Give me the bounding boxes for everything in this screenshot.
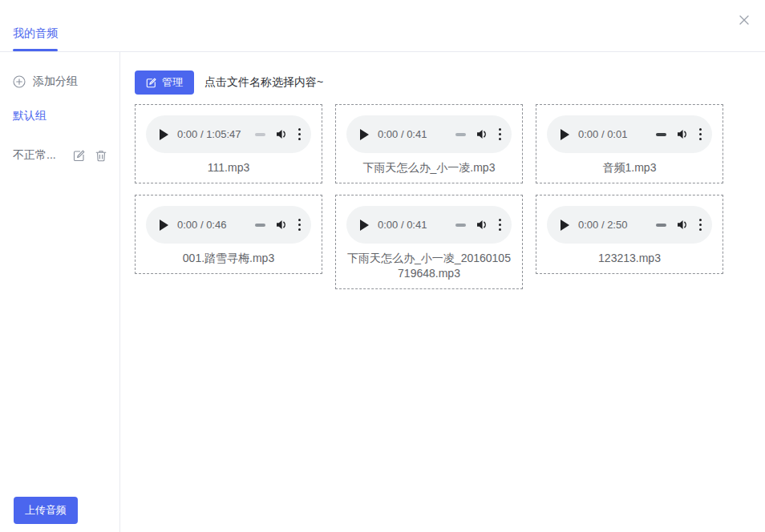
audio-grid: 0:00 / 1:05:47 111.mp3 0:00 / 0:41 [135,104,765,289]
volume-icon[interactable] [274,218,288,232]
player-menu-icon[interactable] [499,219,502,232]
audio-player[interactable]: 0:00 / 0:01 [547,115,712,153]
manage-button-label: 管理 [162,75,183,90]
play-icon[interactable] [160,220,168,231]
seek-slider[interactable] [656,224,666,227]
manage-button[interactable]: 管理 [135,71,194,95]
sidebar-group-abnormal: 不正常... [13,148,107,163]
delete-group-icon[interactable] [95,150,107,162]
seek-slider[interactable] [255,224,265,227]
upload-audio-button[interactable]: 上传音频 [14,497,78,524]
player-menu-icon[interactable] [298,219,302,232]
edit-icon [146,78,156,88]
seek-slider[interactable] [455,133,466,136]
player-time: 0:00 / 0:01 [578,128,627,140]
volume-icon[interactable] [274,127,288,141]
play-icon[interactable] [561,220,569,231]
add-group-label: 添加分组 [33,75,78,89]
volume-icon[interactable] [675,218,689,232]
audio-card: 0:00 / 0:01 音频1.mp3 [536,104,723,183]
toolbar: 管理 点击文件名称选择内容~ [135,71,765,95]
volume-icon[interactable] [475,218,488,232]
header: 我的音频 [0,0,765,52]
player-time: 0:00 / 0:46 [177,219,226,231]
body-row: 添加分组 默认组 不正常... [0,52,765,532]
audio-card: 0:00 / 0:46 001.踏雪寻梅.mp3 [135,195,322,274]
audio-player[interactable]: 0:00 / 0:46 [146,206,311,244]
audio-player[interactable]: 0:00 / 1:05:47 [146,115,311,153]
player-time: 0:00 / 0:41 [378,219,427,231]
player-menu-icon[interactable] [499,128,502,141]
player-menu-icon[interactable] [298,128,302,141]
main-content: 管理 点击文件名称选择内容~ 0:00 / 1:05:47 111.mp3 [120,52,765,532]
audio-filename[interactable]: 音频1.mp3 [603,160,657,175]
play-icon[interactable] [360,129,369,140]
plus-circle-icon [13,75,26,88]
hint-text: 点击文件名称选择内容~ [204,75,323,90]
audio-filename[interactable]: 下雨天怎么办_小一凌.mp3 [363,160,496,175]
player-time: 0:00 / 1:05:47 [177,128,241,140]
close-icon[interactable] [738,14,751,26]
audio-card: 0:00 / 1:05:47 111.mp3 [135,104,322,183]
play-icon[interactable] [360,220,369,231]
audio-card: 0:00 / 2:50 123213.mp3 [536,195,723,274]
add-group-button[interactable]: 添加分组 [13,75,107,89]
edit-group-icon[interactable] [73,150,85,162]
audio-player[interactable]: 0:00 / 0:41 [346,206,512,244]
audio-filename[interactable]: 下雨天怎么办_小一凌_20160105719648.mp3 [346,251,512,281]
player-menu-icon[interactable] [699,128,702,141]
sidebar-group-default[interactable]: 默认组 [13,109,107,123]
player-time: 0:00 / 0:41 [378,128,427,140]
player-menu-icon[interactable] [699,219,702,232]
audio-card: 0:00 / 0:41 下雨天怎么办_小一凌.mp3 [335,104,523,183]
volume-icon[interactable] [475,127,488,141]
play-icon[interactable] [561,129,569,140]
seek-slider[interactable] [255,133,265,136]
audio-player[interactable]: 0:00 / 0:41 [346,115,512,153]
audio-filename[interactable]: 111.mp3 [208,160,249,175]
group-actions [73,150,107,162]
volume-icon[interactable] [675,127,689,141]
audio-card: 0:00 / 0:41 下雨天怎么办_小一凌_20160105719648.mp… [335,195,523,289]
tab-my-audio[interactable]: 我的音频 [13,26,58,51]
audio-filename[interactable]: 001.踏雪寻梅.mp3 [183,251,274,266]
seek-slider[interactable] [656,133,666,136]
sidebar: 添加分组 默认组 不正常... [0,52,120,532]
sidebar-group-abnormal-label[interactable]: 不正常... [13,148,56,163]
seek-slider[interactable] [455,224,466,227]
audio-filename[interactable]: 123213.mp3 [598,251,661,266]
audio-player[interactable]: 0:00 / 2:50 [547,206,712,244]
play-icon[interactable] [160,129,168,140]
player-time: 0:00 / 2:50 [578,219,627,231]
